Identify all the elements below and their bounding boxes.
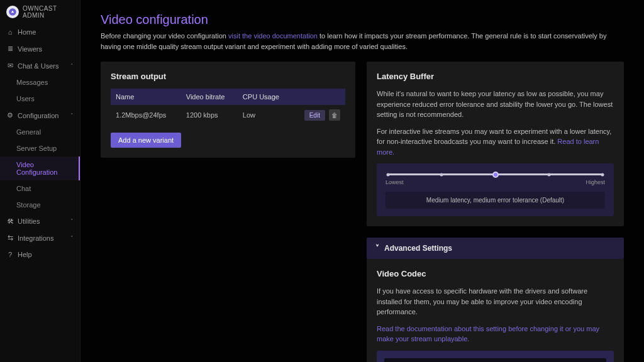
- docs-link[interactable]: visit the video documentation: [228, 32, 318, 40]
- nav-video-configuration[interactable]: Video Configuration: [0, 156, 80, 180]
- advanced-settings-toggle[interactable]: ˅ Advanced Settings: [367, 238, 624, 259]
- owncast-logo: [6, 6, 19, 18]
- advanced-settings-section: ˅ Advanced Settings Video Codec If you h…: [367, 238, 624, 362]
- nav-users[interactable]: Users: [0, 90, 80, 107]
- tool-icon: 🛠: [6, 217, 14, 225]
- page-title: Video configuration: [101, 13, 624, 27]
- nav-home[interactable]: ⌂ Home: [0, 24, 80, 40]
- codec-select[interactable]: Default (libx264): [384, 358, 606, 363]
- nav-chat-users[interactable]: ✉ Chat & Users ˄: [0, 57, 80, 74]
- nav-help[interactable]: ? Help: [0, 246, 80, 263]
- slider-track[interactable]: [388, 173, 602, 175]
- chevron-up-icon: ˄: [70, 63, 74, 69]
- nav-storage[interactable]: Storage: [0, 197, 80, 213]
- codec-warn-link[interactable]: Read the documentation about this settin…: [377, 325, 599, 343]
- nav-utilities[interactable]: 🛠 Utilities ˅: [0, 213, 80, 229]
- help-icon: ?: [6, 251, 14, 258]
- stream-output-title: Stream output: [111, 72, 345, 81]
- nav-viewers[interactable]: ≣ Viewers: [0, 40, 80, 57]
- nav-server-setup[interactable]: Server Setup: [0, 140, 80, 156]
- chat-icon: ✉: [6, 62, 14, 70]
- nav-configuration[interactable]: ⚙ Configuration ˄: [0, 107, 80, 124]
- nav-general[interactable]: General: [0, 124, 80, 140]
- brand-line2: ADMIN: [23, 12, 57, 19]
- slider-handle[interactable]: [492, 172, 499, 178]
- latency-slider[interactable]: Lowest Highest Medium latency, medium er…: [377, 163, 614, 216]
- table-row: 1.2Mbps@24fps 1200 kbps Low Edit 🗑: [111, 105, 345, 125]
- chevron-up-icon: ˄: [70, 112, 74, 119]
- latency-title: Latency Buffer: [377, 72, 614, 81]
- viewers-icon: ≣: [6, 45, 14, 53]
- nav-messages[interactable]: Messages: [0, 74, 80, 90]
- col-bitrate: Video bitrate: [181, 89, 238, 105]
- gear-icon: ⚙: [6, 111, 14, 119]
- edit-button[interactable]: Edit: [304, 110, 325, 121]
- sidebar: OWNCAST ADMIN ⌂ Home ≣ Viewers ✉ Chat & …: [0, 0, 80, 362]
- col-cpu: CPU Usage: [238, 89, 292, 105]
- variants-table: Name Video bitrate CPU Usage 1.2Mbps@24f…: [111, 89, 345, 125]
- chevron-down-icon: ˅: [375, 244, 379, 253]
- brand-block: OWNCAST ADMIN: [0, 0, 80, 24]
- slider-high-label: Highest: [586, 179, 605, 185]
- page-intro: Before changing your video configuration…: [101, 31, 624, 52]
- latency-panel: Latency Buffer While it's natural to wan…: [367, 62, 624, 226]
- stream-output-panel: Stream output Name Video bitrate CPU Usa…: [101, 62, 355, 158]
- chevron-down-icon: ˅: [70, 218, 74, 224]
- nav-chat[interactable]: Chat: [0, 180, 80, 197]
- latency-status: Medium latency, medium error tolerance (…: [386, 192, 605, 209]
- col-name: Name: [111, 89, 181, 105]
- nav-integrations[interactable]: ⇆ Integrations ˅: [0, 229, 80, 246]
- codec-box: Default (libx264) libx264 is the default…: [377, 351, 614, 363]
- integrations-icon: ⇆: [6, 234, 14, 242]
- delete-button[interactable]: 🗑: [329, 109, 340, 121]
- codec-desc: If you have access to specific hardware …: [377, 286, 614, 317]
- chevron-down-icon: ˅: [70, 235, 74, 241]
- slider-low-label: Lowest: [386, 179, 404, 185]
- codec-title: Video Codec: [377, 269, 614, 278]
- latency-desc1: While it's natural to want to keep your …: [377, 89, 614, 120]
- brand-line1: OWNCAST: [23, 5, 57, 12]
- latency-desc2: For interactive live streams you may wan…: [377, 126, 614, 158]
- home-icon: ⌂: [6, 28, 14, 36]
- add-variant-button[interactable]: Add a new variant: [111, 133, 181, 148]
- main-content: Video configuration Before changing your…: [80, 0, 644, 362]
